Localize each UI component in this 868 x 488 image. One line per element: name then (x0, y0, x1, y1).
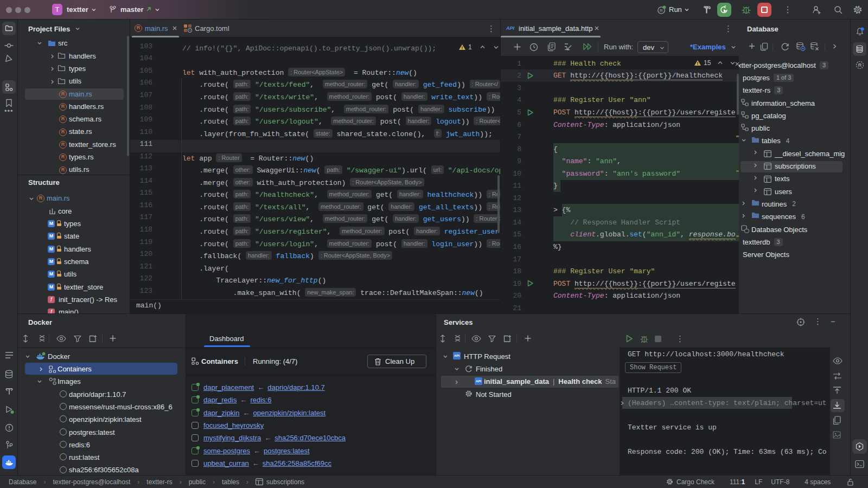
svg-text:R: R (660, 8, 663, 13)
svg-text:R: R (858, 62, 862, 68)
